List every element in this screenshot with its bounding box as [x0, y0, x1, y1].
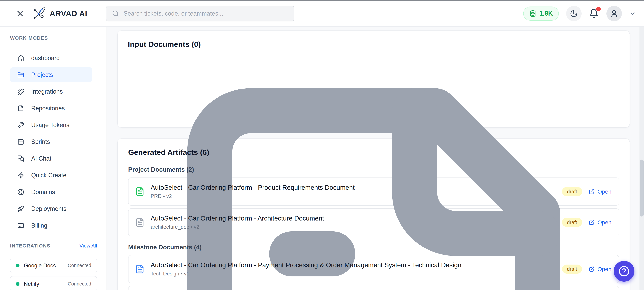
- status-badge: draft: [562, 265, 582, 274]
- doc-title: AutoSelect - Car Ordering Platform - Arc…: [151, 215, 562, 222]
- moon-icon: [570, 9, 578, 17]
- repo-icon: [18, 105, 24, 112]
- work-modes-label: WORK MODES: [10, 35, 106, 41]
- generated-artifacts-title: Generated Artifacts (6): [128, 148, 619, 157]
- view-all-link[interactable]: View All: [79, 243, 97, 249]
- file-text-icon: [135, 264, 144, 274]
- search-icon: [112, 10, 119, 17]
- top-bar: ARVAD AI 1.8K: [0, 0, 644, 27]
- brand-logo[interactable]: ARVAD AI: [32, 6, 87, 21]
- sidebar-item-domains[interactable]: Domains: [10, 184, 92, 199]
- folder-icon: [18, 71, 24, 78]
- token-balance-badge[interactable]: 1.8K: [523, 6, 559, 21]
- sidebar-item-label: Quick Create: [31, 172, 66, 179]
- status-dot: [16, 282, 20, 286]
- sidebar-item-label: Repositories: [31, 105, 65, 112]
- input-documents-title: Input Documents (0): [128, 40, 620, 49]
- external-link-icon: [589, 188, 595, 195]
- globe-icon: [18, 189, 24, 195]
- database-icon: [529, 10, 536, 17]
- chevron-down-icon[interactable]: [629, 10, 636, 17]
- open-link[interactable]: Open: [589, 188, 612, 195]
- doc-title: AutoSelect - Car Ordering Platform - Pay…: [151, 261, 562, 269]
- scrollbar-track[interactable]: [640, 27, 644, 290]
- file-text-icon: [135, 187, 144, 196]
- status-dot: [16, 264, 20, 267]
- butterfly-logo-icon: [32, 6, 47, 21]
- integration-status: Connected: [68, 263, 91, 268]
- sidebar-item-label: Domains: [31, 188, 55, 196]
- file-text-icon: [135, 218, 144, 227]
- rocket-icon: [18, 205, 24, 212]
- open-link[interactable]: Open: [589, 266, 612, 273]
- sidebar-item-ai-chat[interactable]: AI Chat: [10, 151, 92, 166]
- external-link-icon: [589, 266, 595, 272]
- help-button[interactable]: [614, 261, 634, 282]
- input-documents-card: Input Documents (0) No documents uploade…: [118, 30, 630, 128]
- bolt-icon: [18, 172, 24, 179]
- doc-meta: PRD • v2: [151, 193, 562, 199]
- integration-card-netlify[interactable]: Netlify Connected: [10, 276, 97, 290]
- puzzle-icon: [18, 88, 24, 95]
- open-link[interactable]: Open: [589, 219, 612, 226]
- sidebar-item-dashboard[interactable]: dashboard: [10, 51, 92, 65]
- chat-icon: [18, 155, 24, 162]
- sidebar-item-label: Integrations: [31, 88, 63, 95]
- token-count: 1.8K: [539, 10, 553, 17]
- sidebar-item-projects[interactable]: Projects: [10, 67, 92, 82]
- dark-mode-toggle[interactable]: [566, 6, 582, 21]
- sidebar-item-quick-create[interactable]: Quick Create: [10, 168, 92, 183]
- integration-name: Netlify: [24, 281, 39, 287]
- credit-card-icon: [18, 222, 24, 229]
- home-icon: [18, 55, 24, 61]
- sidebar-item-usage-tokens[interactable]: Usage Tokens: [10, 118, 92, 133]
- scrollbar-thumb[interactable]: [640, 159, 644, 216]
- sidebar-item-integrations[interactable]: Integrations: [10, 84, 92, 99]
- doc-meta: architecture_doc • v2: [151, 224, 562, 230]
- sidebar-item-label: Sprints: [31, 138, 50, 145]
- integration-status: Connected: [68, 281, 91, 287]
- key-icon: [18, 122, 24, 129]
- search-input[interactable]: [124, 10, 288, 17]
- question-mark-icon: [618, 265, 630, 277]
- doc-meta: Tech Design • v1: [151, 271, 562, 277]
- sidebar-item-label: Projects: [31, 71, 53, 78]
- integrations-label: INTEGRATIONS: [10, 243, 50, 249]
- close-icon[interactable]: [16, 9, 25, 18]
- integration-name: Google Docs: [24, 262, 56, 269]
- sidebar-item-repositories[interactable]: Repositories: [10, 101, 92, 116]
- sidebar-item-label: Billing: [31, 222, 47, 229]
- sidebar-item-label: AI Chat: [31, 155, 51, 162]
- global-search[interactable]: [106, 6, 294, 21]
- notifications-button[interactable]: [589, 8, 599, 19]
- sidebar-nav: dashboard Projects Integrations Reposito…: [10, 51, 106, 233]
- doc-title: AutoSelect - Car Ordering Platform - Pro…: [151, 184, 562, 191]
- sidebar-item-deployments[interactable]: Deployments: [10, 201, 92, 216]
- calendar-icon: [18, 139, 24, 145]
- sidebar-item-label: Deployments: [31, 205, 66, 212]
- sidebar-item-label: dashboard: [31, 55, 60, 62]
- brand-name: ARVAD AI: [50, 9, 87, 18]
- sidebar-item-label: Usage Tokens: [31, 122, 69, 129]
- sidebar: WORK MODES dashboard Projects Integratio…: [0, 27, 107, 290]
- main-content: Input Documents (0) No documents uploade…: [107, 27, 644, 290]
- status-badge: draft: [562, 187, 582, 196]
- integration-card-google-docs[interactable]: Google Docs Connected: [10, 258, 97, 273]
- notification-dot: [596, 7, 601, 11]
- user-icon: [610, 9, 618, 18]
- sidebar-item-sprints[interactable]: Sprints: [10, 134, 92, 149]
- external-link-icon: [589, 219, 595, 225]
- sidebar-item-billing[interactable]: Billing: [10, 218, 92, 233]
- status-badge: draft: [562, 218, 582, 227]
- avatar[interactable]: [606, 6, 622, 21]
